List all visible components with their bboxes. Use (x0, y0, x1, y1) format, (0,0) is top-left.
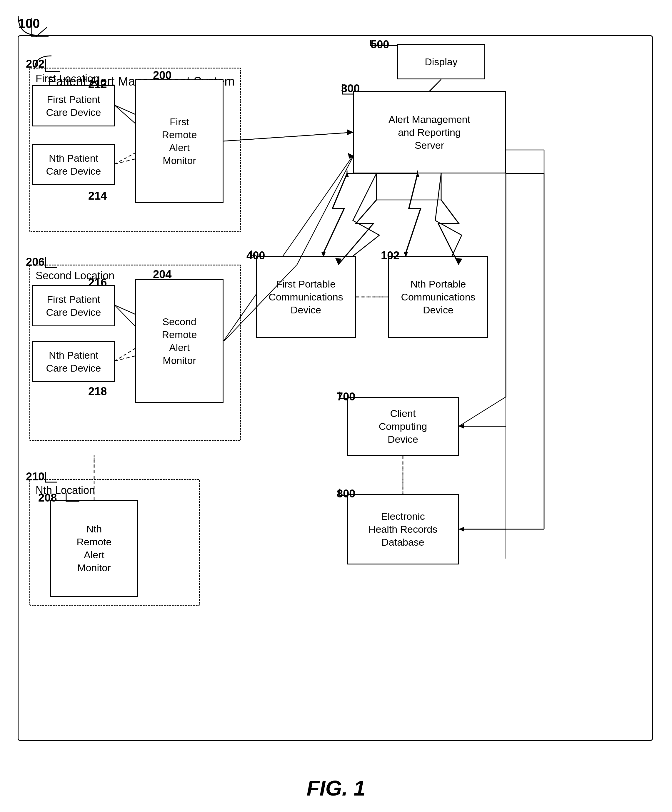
first-patient-care-device-1: First PatientCare Device (32, 85, 115, 126)
nth-patient-care-device-1: Nth PatientCare Device (32, 144, 115, 185)
ref-400: 400 (246, 249, 265, 262)
ref-210: 210 (26, 471, 44, 483)
display-label: Display (425, 55, 457, 68)
ref-700: 700 (337, 391, 355, 403)
first-pcd-1-label: First PatientCare Device (46, 93, 101, 119)
nth-remote-alert-monitor: NthRemoteAlertMonitor (50, 500, 138, 597)
ref-500: 500 (371, 38, 389, 51)
ehr-database-label: ElectronicHealth RecordsDatabase (368, 510, 437, 549)
ref-206: 206 (26, 256, 44, 268)
ref-208: 208 (38, 491, 57, 504)
ref-216: 216 (88, 276, 107, 289)
ref-212: 212 (88, 78, 107, 90)
ehr-database: ElectronicHealth RecordsDatabase (347, 494, 459, 565)
first-remote-alert-monitor: FirstRemoteAlertMonitor (135, 79, 224, 203)
first-portable-comm-device: First PortableCommunicationsDevice (256, 256, 356, 338)
nth-pcd-1-label: Nth PatientCare Device (46, 152, 101, 177)
page-container: 100 Patient Alert Management System (0, 0, 672, 812)
first-pcd-comm-label: First PortableCommunicationsDevice (268, 278, 343, 317)
figure-label: FIG. 1 (306, 776, 365, 800)
nth-pcd-2-label: Nth PatientCare Device (46, 349, 101, 375)
ref-102: 102 (381, 249, 399, 262)
nth-portable-comm-device: Nth PortableCommunicationsDevice (388, 256, 488, 338)
nth-pcd-comm-label: Nth PortableCommunicationsDevice (401, 278, 475, 317)
ref-214: 214 (88, 189, 107, 202)
ref-100: 100 (18, 16, 40, 31)
first-pcd-2-label: First PatientCare Device (46, 293, 101, 319)
alert-server-label: Alert Managementand ReportingServer (388, 113, 470, 152)
ref-218: 218 (88, 385, 107, 398)
nth-ram-label: NthRemoteAlertMonitor (77, 522, 111, 575)
ref-200: 200 (153, 69, 171, 82)
client-computing-device: ClientComputingDevice (347, 397, 459, 455)
first-ram-label: FirstRemoteAlertMonitor (162, 115, 197, 167)
ref-300: 300 (341, 82, 360, 95)
ref-800: 800 (337, 488, 355, 500)
second-ram-label: SecondRemoteAlertMonitor (162, 315, 197, 367)
second-remote-alert-monitor: SecondRemoteAlertMonitor (135, 279, 224, 403)
ref-202: 202 (26, 58, 44, 70)
ref-204: 204 (153, 268, 171, 281)
display-box: Display (397, 44, 485, 79)
first-patient-care-device-2: First PatientCare Device (32, 285, 115, 326)
nth-patient-care-device-2: Nth PatientCare Device (32, 341, 115, 382)
alert-management-server: Alert Managementand ReportingServer (353, 91, 506, 174)
client-computing-label: ClientComputingDevice (379, 407, 427, 446)
